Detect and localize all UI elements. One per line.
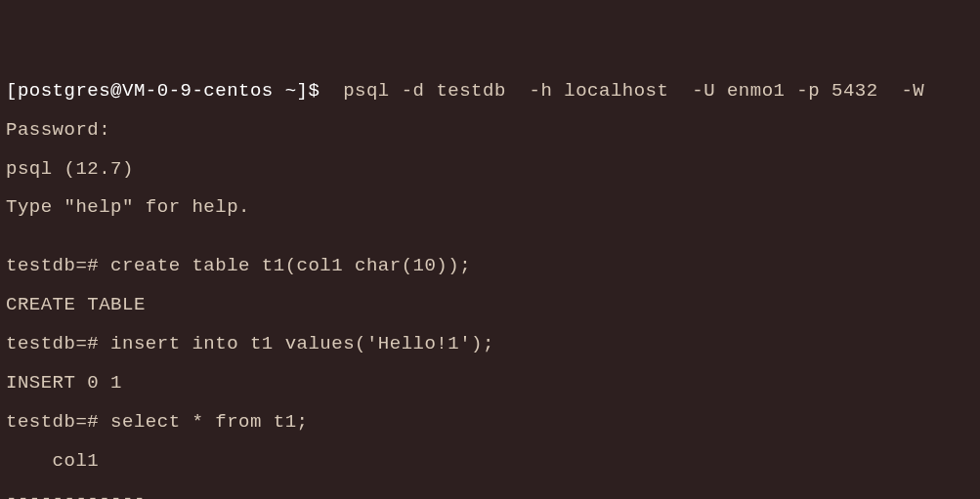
terminal-line-7: CREATE TABLE bbox=[6, 296, 974, 315]
terminal-line-2: Password: bbox=[6, 121, 974, 141]
terminal-line-6[interactable]: testdb=# create table t1(col1 char(10)); bbox=[6, 257, 974, 276]
terminal-line-12: ------------ bbox=[6, 490, 974, 499]
terminal-line-3: psql (12.7) bbox=[6, 160, 974, 180]
terminal-line-11: col1 bbox=[6, 452, 974, 472]
terminal-line-10[interactable]: testdb=# select * from t1; bbox=[6, 413, 974, 433]
command-text: psql -d testdb -h localhost -U enmo1 -p … bbox=[331, 80, 924, 102]
terminal-line-4: Type "help" for help. bbox=[6, 198, 974, 218]
terminal-line-8[interactable]: testdb=# insert into t1 values('Hello!1'… bbox=[6, 335, 974, 354]
terminal-line-1: [postgres@VM-0-9-centos ~]$ psql -d test… bbox=[6, 82, 974, 102]
terminal-line-9: INSERT 0 1 bbox=[6, 374, 974, 394]
shell-prompt: [postgres@VM-0-9-centos ~]$ bbox=[6, 80, 331, 102]
